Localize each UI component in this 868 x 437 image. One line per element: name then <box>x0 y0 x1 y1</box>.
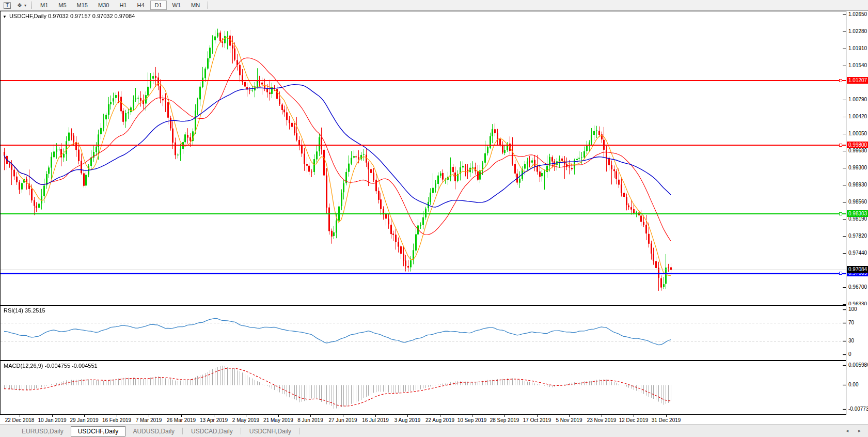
price-axis-tick: 1.01540 <box>848 62 868 69</box>
price-axis-tick: 1.02650 <box>848 11 868 18</box>
tab-scroll-arrows[interactable]: ◂ ▸ <box>846 428 865 433</box>
date-axis-label: 16 Feb 2019 <box>102 417 131 424</box>
chart-title: ▼USDCHF,Daily 0.97032 0.97157 0.97032 0.… <box>3 13 135 19</box>
rsi-axis-tick: 100 <box>848 306 868 313</box>
date-axis-label: 29 Jan 2019 <box>70 417 98 424</box>
date-axis-label: 26 Mar 2019 <box>167 417 196 424</box>
chart-tab-usdcnh[interactable]: USDCNH,Daily <box>242 426 298 436</box>
timeframe-button-m15[interactable]: M15 <box>72 1 92 10</box>
macd-axis: 0.0059860.00-0.007737 <box>846 361 868 415</box>
rsi-axis-tick: 70 <box>848 319 868 326</box>
level-price-tag: 0.98303 <box>847 210 868 217</box>
date-axis-label: 17 Oct 2019 <box>523 417 551 424</box>
timeframe-button-m5[interactable]: M5 <box>54 1 71 10</box>
date-axis-label: 28 Sep 2019 <box>490 417 519 424</box>
price-axis-tick: 0.97820 <box>848 232 868 239</box>
date-axis-label: 27 Jun 2019 <box>328 417 357 424</box>
timeframe-button-w1[interactable]: W1 <box>168 1 186 10</box>
price-axis-tick: 1.01910 <box>848 45 868 52</box>
toolbar-separator <box>208 2 209 9</box>
price-axis-tick: 0.98930 <box>848 181 868 188</box>
rsi-axis-tick: 30 <box>848 337 868 344</box>
price-chart-panel: ▼USDCHF,Daily 0.97032 0.97157 0.97032 0.… <box>0 11 868 305</box>
timeframe-group: M1M5M15M30H1H4D1W1MN <box>35 1 205 10</box>
arrange-windows-icon: ❖ <box>17 2 22 8</box>
chart-tab-eurusd[interactable]: EURUSD,Daily <box>14 426 71 436</box>
date-axis-label: 21 May 2019 <box>263 417 293 424</box>
date-axis-label: 10 Jan 2019 <box>38 417 66 424</box>
date-axis-label: 23 Nov 2019 <box>587 417 617 424</box>
timeframe-button-mn[interactable]: MN <box>186 1 204 10</box>
current-price-tag: 0.97084 <box>847 266 868 273</box>
rsi-label: RSI(14) 35.2515 <box>4 307 45 314</box>
date-axis-label: 5 Nov 2019 <box>556 417 582 424</box>
price-axis-tick: 0.96700 <box>848 284 868 290</box>
chart-tab-usdcad[interactable]: USDCAD,Daily <box>184 426 240 436</box>
timeframe-button-d1[interactable]: D1 <box>150 1 167 10</box>
date-axis-label: 8 Jun 2019 <box>297 417 323 424</box>
text-tool-button[interactable]: T <box>1 0 14 10</box>
date-axis-label: 13 Apr 2019 <box>200 417 228 424</box>
tab-separator <box>241 428 242 434</box>
date-axis: 22 Dec 201810 Jan 201929 Jan 201916 Feb … <box>0 415 868 425</box>
timeframe-button-m1[interactable]: M1 <box>36 1 53 10</box>
date-axis-label: 7 Mar 2019 <box>136 417 162 424</box>
chart-title-text: USDCHF,Daily 0.97032 0.97157 0.97032 0.9… <box>9 13 135 19</box>
chart-tab-bar: EURUSD,DailyUSDCHF,DailyAUDUSD,DailyUSDC… <box>0 425 868 437</box>
macd-panel: MACD(12,26,9) -0.004755 -0.004551 0.0059… <box>0 361 868 415</box>
level-price-tag: 0.99800 <box>847 142 868 148</box>
rsi-axis-tick: 0 <box>848 351 868 357</box>
price-axis-tick: 1.00790 <box>848 96 868 103</box>
chart-title-arrow-icon: ▼ <box>3 14 7 19</box>
chart-tab-usdchf[interactable]: USDCHF,Daily <box>71 426 126 436</box>
rsi-axis: 10070300 <box>846 305 868 361</box>
date-axis-label: 10 Sep 2019 <box>457 417 487 424</box>
date-axis-label: 22 Aug 2019 <box>425 417 454 424</box>
date-axis-label: 16 Jul 2019 <box>362 417 389 424</box>
dropdown-caret-icon: ▾ <box>24 3 26 8</box>
toolbar: T ❖ ▾ M1M5M15M30H1H4D1W1MN <box>0 0 868 11</box>
macd-axis-tick: 0.005986 <box>848 362 868 368</box>
date-axis-label: 12 Dec 2019 <box>619 417 649 424</box>
macd-axis-tick: 0.00 <box>848 381 868 388</box>
price-axis-tick: 0.97440 <box>848 249 868 256</box>
date-axis-label: 31 Dec 2019 <box>652 417 681 424</box>
tab-separator <box>182 428 183 434</box>
text-tool-icon: T <box>4 2 11 9</box>
macd-label: MACD(12,26,9) -0.004755 -0.004551 <box>4 363 98 369</box>
price-axis-tick: 0.99300 <box>848 164 868 171</box>
price-axis-tick: 0.98560 <box>848 198 868 205</box>
price-axis-tick: 1.02280 <box>848 28 868 35</box>
price-axis-tick: 1.00420 <box>848 113 868 120</box>
arrange-windows-button[interactable]: ❖ ▾ <box>15 0 28 10</box>
chart-tab-audusd[interactable]: AUDUSD,Daily <box>125 426 182 436</box>
toolbar-separator <box>31 2 33 9</box>
price-axis-tick: 1.00050 <box>848 130 868 137</box>
price-axis: 1.026501.022801.019101.015401.007901.004… <box>846 11 868 305</box>
timeframe-button-h4[interactable]: H4 <box>132 1 149 10</box>
date-axis-label: 22 Dec 2018 <box>5 417 35 424</box>
price-chart-canvas[interactable] <box>1 11 846 305</box>
macd-canvas[interactable] <box>1 361 846 414</box>
level-price-tag: 1.01207 <box>847 77 868 84</box>
rsi-canvas[interactable] <box>1 306 846 360</box>
date-axis-label: 2 May 2019 <box>232 417 259 424</box>
rsi-panel: RSI(14) 35.2515 10070300 <box>0 305 868 361</box>
timeframe-button-m30[interactable]: M30 <box>93 1 114 10</box>
tab-separator <box>299 428 300 434</box>
timeframe-button-h1[interactable]: H1 <box>115 1 131 10</box>
macd-axis-tick: -0.007737 <box>848 405 868 412</box>
date-axis-label: 3 Aug 2019 <box>394 417 421 424</box>
trading-terminal-window: T ❖ ▾ M1M5M15M30H1H4D1W1MN ▼USDCHF,Daily… <box>0 0 868 437</box>
